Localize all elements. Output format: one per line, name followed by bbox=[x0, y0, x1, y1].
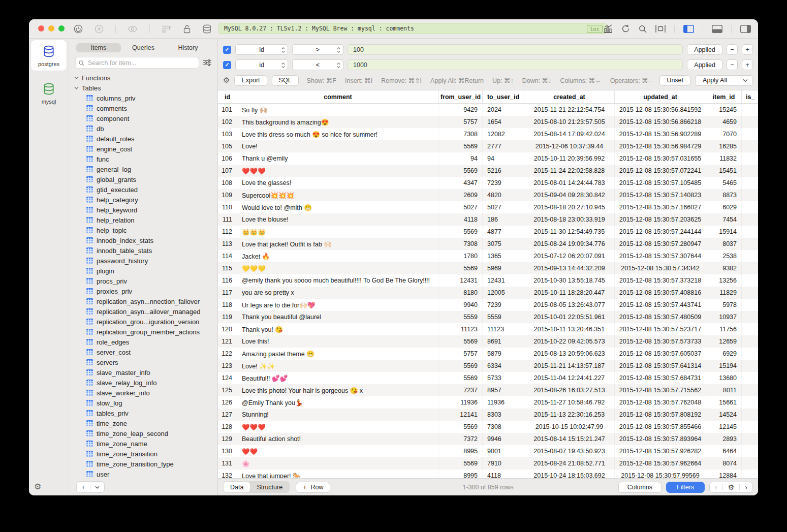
cell-updated_at[interactable]: 2015-12-08 15:30:57.031655 bbox=[615, 152, 706, 165]
cell-item_id[interactable]: 8873 bbox=[706, 189, 742, 201]
cell-comment[interactable]: Would love to! @mith 😬 bbox=[237, 201, 439, 213]
cell-updated_at[interactable]: 2015-12-08 15:30:57.962664 bbox=[615, 457, 706, 470]
cell-updated_at[interactable]: 2015-12-08 15:30:56.902289 bbox=[615, 128, 706, 140]
cell-is_[interactable] bbox=[742, 409, 758, 421]
cell-from_user_id[interactable]: 1780 bbox=[439, 250, 483, 262]
cell-id[interactable]: 125 bbox=[218, 384, 237, 396]
cell-created_at[interactable]: 2015-08-07 19:43:50.923 bbox=[524, 445, 615, 457]
cell-is_[interactable] bbox=[742, 177, 758, 189]
column-header-updated_at[interactable]: updated_at bbox=[615, 90, 706, 103]
cell-from_user_id[interactable]: 4118 bbox=[439, 213, 483, 226]
cell-item_id[interactable]: 6464 bbox=[706, 445, 742, 457]
tab-items[interactable]: Items bbox=[76, 43, 121, 52]
cell-is_[interactable] bbox=[742, 104, 758, 116]
cell-item_id[interactable]: 7070 bbox=[706, 128, 742, 140]
sidebar-table-item[interactable]: replication_group_member_actions bbox=[69, 327, 217, 337]
connect-icon[interactable] bbox=[74, 24, 83, 34]
filter-enabled-checkbox[interactable]: ✓ bbox=[223, 46, 231, 54]
cell-created_at[interactable]: 2015-10-11 20:39:56.992 bbox=[524, 152, 615, 165]
cell-from_user_id[interactable]: 8995 bbox=[439, 445, 483, 457]
column-header-comment[interactable]: comment bbox=[237, 90, 439, 103]
prev-page-button[interactable]: ‹ bbox=[710, 482, 722, 492]
cell-item_id[interactable]: 4659 bbox=[706, 116, 742, 128]
cell-is_[interactable] bbox=[742, 287, 758, 299]
sidebar-table-item[interactable]: time_zone_transition_type bbox=[69, 459, 217, 469]
add-item-menu-button[interactable] bbox=[90, 482, 104, 492]
cell-comment[interactable]: 👑👑👑 bbox=[237, 226, 439, 238]
cell-item_id[interactable]: 15245 bbox=[706, 104, 742, 116]
cell-is_[interactable] bbox=[742, 152, 758, 165]
sidebar-table-item[interactable]: procs_priv bbox=[69, 276, 217, 286]
cell-updated_at[interactable]: 2015-12-08 15:30:57.573733 bbox=[615, 335, 706, 348]
filter-column-select[interactable]: id bbox=[235, 44, 288, 55]
cell-comment[interactable]: Supercool💥💥💥 bbox=[237, 189, 439, 201]
cell-updated_at[interactable]: 2015-12-08 15:30:57.373218 bbox=[615, 274, 706, 287]
refresh-icon[interactable] bbox=[621, 24, 630, 33]
sidebar-table-item[interactable]: plugin bbox=[69, 266, 217, 276]
apply-all-button[interactable]: Apply All bbox=[695, 75, 753, 86]
cell-to_user_id[interactable]: 7239 bbox=[483, 177, 524, 189]
remove-filter-button[interactable]: − bbox=[727, 59, 738, 70]
cell-created_at[interactable]: 2015-08-14 15:15:21.247 bbox=[524, 433, 615, 445]
cell-updated_at[interactable]: 2015-12-08 15:30:57.523717 bbox=[615, 323, 706, 335]
cell-from_user_id[interactable]: 7308 bbox=[439, 128, 483, 140]
sidebar-table-item[interactable]: comments bbox=[69, 103, 217, 113]
cell-created_at[interactable]: 2015-12-06 10:37:39.44 bbox=[524, 140, 615, 152]
cell-id[interactable]: 112 bbox=[218, 226, 237, 238]
cell-created_at[interactable]: 2015-11-21 22:12:54.754 bbox=[524, 104, 615, 116]
table-settings-gear-icon[interactable]: ⚙ bbox=[723, 482, 740, 492]
cell-created_at[interactable]: 2015-08-24 19:09:34.776 bbox=[524, 238, 615, 250]
cell-updated_at[interactable]: 2015-12-08 15:30:57.926282 bbox=[615, 445, 706, 457]
cell-updated_at[interactable]: 2015-12-08 15:30:57.893964 bbox=[615, 433, 706, 445]
sidebar-table-item[interactable]: time_zone_transition bbox=[69, 449, 217, 459]
sidebar-table-item[interactable]: slave_relay_log_info bbox=[69, 378, 217, 388]
sidebar-table-item[interactable]: server_cost bbox=[69, 347, 217, 357]
column-header-to_user_id[interactable]: to_user_id bbox=[483, 90, 524, 103]
cell-from_user_id[interactable]: 9429 bbox=[439, 104, 483, 116]
toggle-right-panel-icon[interactable] bbox=[740, 25, 751, 33]
add-row-button[interactable]: + Row bbox=[296, 482, 330, 493]
disconnect-icon[interactable] bbox=[95, 24, 104, 34]
cell-from_user_id[interactable]: 9940 bbox=[439, 299, 483, 311]
cell-created_at[interactable]: 2015-08-13 20:59:06.623 bbox=[524, 348, 615, 360]
cell-updated_at[interactable]: 2015-12-08 15:30:57.166027 bbox=[615, 201, 706, 213]
sidebar-table-item[interactable]: db bbox=[69, 123, 217, 134]
cell-comment[interactable]: So fly 🙌🏼 bbox=[237, 104, 439, 116]
cell-updated_at[interactable]: 2015-12-08 15:30:57.99569 bbox=[615, 470, 706, 478]
cell-to_user_id[interactable]: 11936 bbox=[483, 396, 524, 409]
cell-updated_at[interactable]: 2015-12-08 15:30:57.244144 bbox=[615, 226, 706, 238]
cell-comment[interactable]: Amazing pastel theme 😁 bbox=[237, 348, 439, 360]
cell-updated_at[interactable]: 2015-12-08 15:30:57.605037 bbox=[615, 348, 706, 360]
cell-id[interactable]: 117 bbox=[218, 287, 237, 299]
cell-created_at[interactable]: 2015-10-22 09:42:05.573 bbox=[524, 335, 615, 348]
cell-to_user_id[interactable]: 4118 bbox=[483, 470, 524, 478]
cell-to_user_id[interactable]: 8691 bbox=[483, 335, 524, 348]
cell-created_at[interactable]: 2015-10-30 13:55:18.745 bbox=[524, 274, 615, 287]
cell-is_[interactable] bbox=[742, 299, 758, 311]
cell-item_id[interactable]: 15451 bbox=[706, 165, 742, 177]
cell-updated_at[interactable]: 2015-12-08 15:30:57.280947 bbox=[615, 238, 706, 250]
tab-structure[interactable]: Structure bbox=[250, 482, 289, 492]
cell-updated_at[interactable]: 2015-12-08 15:30:56.984729 bbox=[615, 140, 706, 152]
next-page-button[interactable]: › bbox=[740, 482, 752, 492]
cell-is_[interactable] bbox=[742, 238, 758, 250]
tab-queries[interactable]: Queries bbox=[121, 43, 166, 52]
cell-to_user_id[interactable]: 5027 bbox=[483, 201, 524, 213]
sidebar-table-item[interactable]: slave_master_info bbox=[69, 367, 217, 378]
sidebar-table-item[interactable]: replication_asyn...ailover_managed bbox=[69, 306, 217, 317]
cell-created_at[interactable]: 2015-11-21 14:13:57.187 bbox=[524, 360, 615, 372]
cell-from_user_id[interactable]: 5569 bbox=[439, 372, 483, 384]
cell-id[interactable]: 128 bbox=[218, 421, 237, 433]
sidebar-table-item[interactable]: help_relation bbox=[69, 215, 217, 225]
cell-created_at[interactable]: 2015-11-04 12:24:41.227 bbox=[524, 372, 615, 384]
sidebar-table-item[interactable]: password_history bbox=[69, 256, 217, 266]
cell-is_[interactable] bbox=[742, 250, 758, 262]
cell-from_user_id[interactable]: 7237 bbox=[439, 384, 483, 396]
sidebar-table-item[interactable]: time_zone_leap_second bbox=[69, 428, 217, 439]
cell-id[interactable]: 119 bbox=[218, 311, 237, 323]
minimize-window-button[interactable] bbox=[48, 25, 54, 32]
cell-from_user_id[interactable]: 11936 bbox=[439, 396, 483, 409]
sidebar-table-item[interactable]: help_keyword bbox=[69, 205, 217, 215]
sidebar-table-item[interactable]: component bbox=[69, 113, 217, 123]
cell-updated_at[interactable]: 2015-12-08 15:30:56.841592 bbox=[615, 104, 706, 116]
